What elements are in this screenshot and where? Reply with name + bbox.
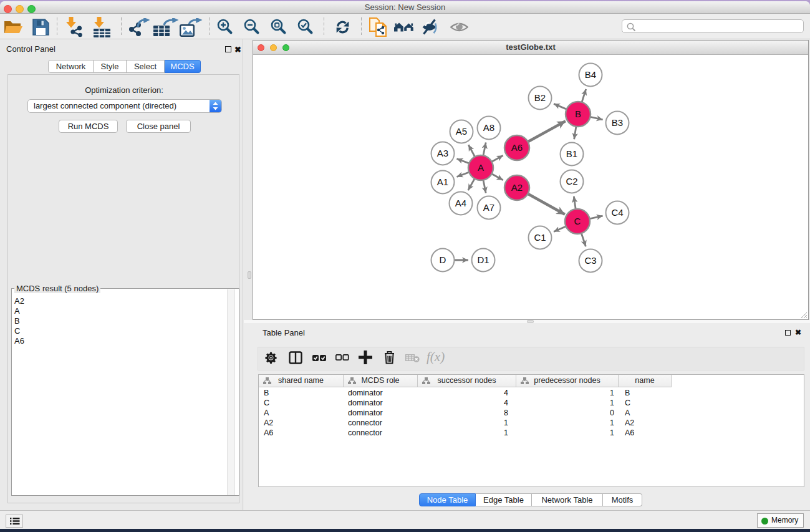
svg-text:C: C xyxy=(574,216,581,226)
svg-text:D: D xyxy=(440,254,446,265)
svg-text:A6: A6 xyxy=(511,142,523,153)
svg-text:B: B xyxy=(575,109,581,119)
svg-text:C1: C1 xyxy=(534,232,546,243)
svg-text:A3: A3 xyxy=(437,148,448,158)
svg-text:A1: A1 xyxy=(437,177,448,187)
svg-text:D1: D1 xyxy=(477,254,489,265)
svg-text:B1: B1 xyxy=(566,148,577,159)
svg-text:B4: B4 xyxy=(585,69,596,80)
svg-text:A5: A5 xyxy=(456,126,467,137)
svg-text:C4: C4 xyxy=(611,207,623,218)
svg-text:B3: B3 xyxy=(612,117,623,128)
svg-text:A7: A7 xyxy=(483,202,494,213)
svg-text:C3: C3 xyxy=(584,255,596,266)
svg-text:A: A xyxy=(478,162,484,173)
svg-text:A8: A8 xyxy=(483,122,494,133)
svg-text:C2: C2 xyxy=(566,176,577,186)
svg-text:A4: A4 xyxy=(455,198,466,208)
svg-text:B2: B2 xyxy=(534,92,546,103)
svg-text:A2: A2 xyxy=(511,182,523,193)
